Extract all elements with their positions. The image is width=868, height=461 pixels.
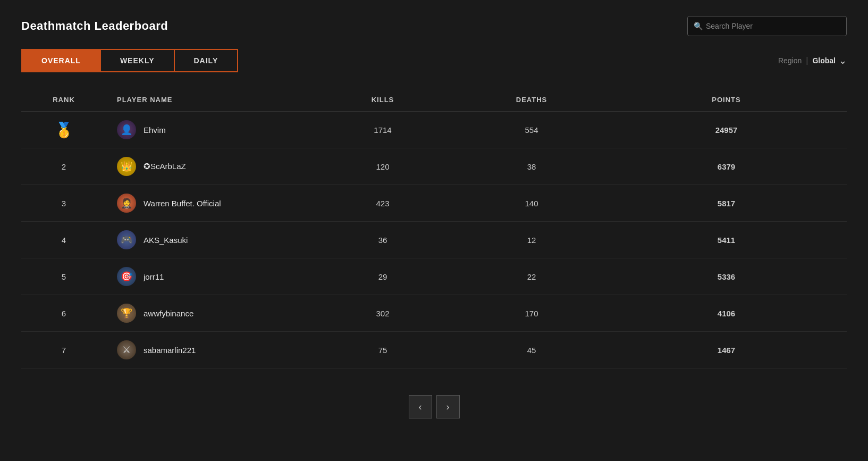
cell-rank: 🥇 bbox=[21, 112, 106, 148]
col-header-kills: KILLS bbox=[308, 88, 457, 112]
cell-kills: 120 bbox=[308, 148, 457, 185]
player-name: awwfybinance bbox=[144, 309, 193, 318]
region-selector[interactable]: Region | Global ⌄ bbox=[778, 55, 847, 66]
cell-kills: 302 bbox=[308, 295, 457, 332]
cell-player: 🎯jorr11 bbox=[106, 258, 308, 295]
cell-rank: 6 bbox=[21, 295, 106, 332]
player-avatar: 👤 bbox=[117, 120, 136, 139]
cell-player: 🎮AKS_Kasuki bbox=[106, 222, 308, 258]
page-title: Deathmatch Leaderboard bbox=[21, 19, 168, 33]
pagination: ‹ › bbox=[21, 395, 847, 434]
cell-player: 👤Ehvim bbox=[106, 112, 308, 148]
region-value: Global bbox=[812, 56, 836, 65]
cell-rank: 5 bbox=[21, 258, 106, 295]
player-name: jorr11 bbox=[144, 272, 164, 281]
cell-player: 👑✪ScArbLaZ bbox=[106, 148, 308, 185]
player-name: AKS_Kasuki bbox=[144, 236, 188, 245]
cell-points: 1467 bbox=[606, 332, 847, 368]
player-name: ✪ScArbLaZ bbox=[144, 162, 186, 171]
leaderboard-table: RANK PLAYER NAME KILLS DEATHS POINTS 🥇👤E… bbox=[21, 88, 847, 368]
cell-kills: 1714 bbox=[308, 112, 457, 148]
cell-deaths: 22 bbox=[457, 258, 606, 295]
table-row: 2👑✪ScArbLaZ120386379 bbox=[21, 148, 847, 185]
col-header-deaths: DEATHS bbox=[457, 88, 606, 112]
search-input[interactable] bbox=[687, 16, 847, 36]
region-label: Region bbox=[778, 56, 802, 65]
cell-points: 6379 bbox=[606, 148, 847, 185]
table-row: 6🏆awwfybinance3021704106 bbox=[21, 295, 847, 332]
player-avatar: 🤵 bbox=[117, 194, 136, 213]
table-row: 3🤵Warren Buffet. Official4231405817 bbox=[21, 185, 847, 222]
player-name: Ehvim bbox=[144, 125, 166, 135]
cell-player: ⚔sabamarlin221 bbox=[106, 332, 308, 368]
tab-weekly[interactable]: WEEKLY bbox=[101, 49, 175, 72]
table-row: 5🎯jorr1129225336 bbox=[21, 258, 847, 295]
cell-deaths: 170 bbox=[457, 295, 606, 332]
cell-points: 5411 bbox=[606, 222, 847, 258]
col-header-rank: RANK bbox=[21, 88, 106, 112]
cell-player: 🏆awwfybinance bbox=[106, 295, 308, 332]
cell-kills: 36 bbox=[308, 222, 457, 258]
cell-rank: 2 bbox=[21, 148, 106, 185]
player-name: Warren Buffet. Official bbox=[144, 199, 221, 208]
cell-rank: 3 bbox=[21, 185, 106, 222]
table-row: 🥇👤Ehvim171455424957 bbox=[21, 112, 847, 148]
player-avatar: 🏆 bbox=[117, 304, 136, 323]
tabs-container: OVERALL WEEKLY DAILY bbox=[21, 49, 238, 72]
cell-points: 5336 bbox=[606, 258, 847, 295]
cell-rank: 4 bbox=[21, 222, 106, 258]
cell-deaths: 140 bbox=[457, 185, 606, 222]
cell-deaths: 554 bbox=[457, 112, 606, 148]
cell-deaths: 38 bbox=[457, 148, 606, 185]
cell-deaths: 45 bbox=[457, 332, 606, 368]
rank-medal: 🥇 bbox=[55, 121, 73, 139]
player-avatar: 👑 bbox=[117, 157, 136, 176]
col-header-player: PLAYER NAME bbox=[106, 88, 308, 112]
table-row: 7⚔sabamarlin22175451467 bbox=[21, 332, 847, 368]
prev-page-button[interactable]: ‹ bbox=[409, 395, 432, 418]
cell-player: 🤵Warren Buffet. Official bbox=[106, 185, 308, 222]
col-header-points: POINTS bbox=[606, 88, 847, 112]
cell-kills: 75 bbox=[308, 332, 457, 368]
player-avatar: ⚔ bbox=[117, 340, 136, 359]
player-name: sabamarlin221 bbox=[144, 346, 196, 355]
player-avatar: 🎮 bbox=[117, 230, 136, 249]
player-avatar: 🎯 bbox=[117, 267, 136, 286]
cell-kills: 423 bbox=[308, 185, 457, 222]
cell-kills: 29 bbox=[308, 258, 457, 295]
search-icon: 🔍 bbox=[694, 22, 703, 30]
next-page-button[interactable]: › bbox=[436, 395, 460, 418]
cell-points: 4106 bbox=[606, 295, 847, 332]
table-row: 4🎮AKS_Kasuki36125411 bbox=[21, 222, 847, 258]
table-header-row: RANK PLAYER NAME KILLS DEATHS POINTS bbox=[21, 88, 847, 112]
cell-deaths: 12 bbox=[457, 222, 606, 258]
cell-points: 24957 bbox=[606, 112, 847, 148]
search-container: 🔍 bbox=[687, 16, 847, 36]
cell-rank: 7 bbox=[21, 332, 106, 368]
tab-daily[interactable]: DAILY bbox=[175, 49, 239, 72]
chevron-down-icon: ⌄ bbox=[839, 55, 847, 66]
cell-points: 5817 bbox=[606, 185, 847, 222]
tab-overall[interactable]: OVERALL bbox=[21, 49, 101, 72]
